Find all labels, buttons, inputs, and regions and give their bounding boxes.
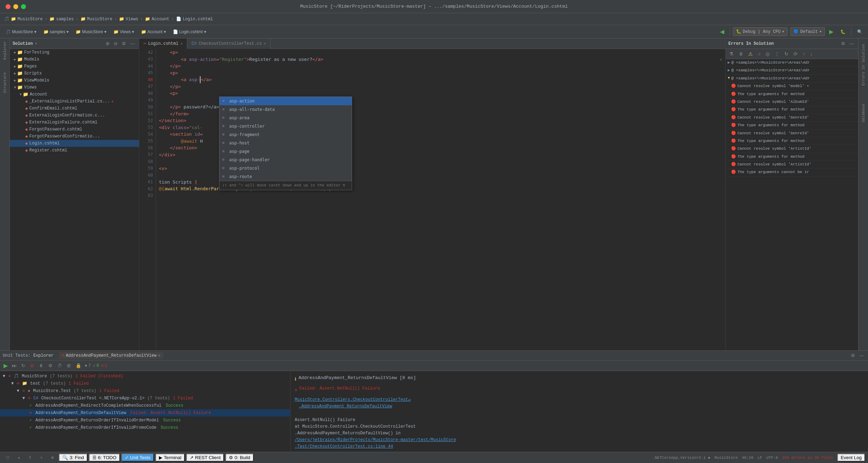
panel-settings-btn[interactable]: ⚙ [120,40,127,47]
test-test[interactable]: ▼ ⊖ 📁 test (7 tests) 1 Failed [0,380,290,387]
rest-client-btn[interactable]: ↗ REST Client [186,454,224,462]
parallel-btn[interactable]: ⊞ [65,362,72,369]
error-item-1[interactable]: ▶ @ <samples>\<MusicStore>\Areas\Adr [726,67,858,74]
errors-btn-4[interactable]: ◎ [764,50,771,57]
ac-item-asp-page-handler[interactable]: ≡ asp-page-handler [219,156,352,164]
errors-btn-nav[interactable]: ↑ [801,50,806,57]
favorites-icon-btn[interactable]: ★ [14,453,24,463]
tree-item-login[interactable]: ◈ Login.cshtml [10,140,139,147]
errors-btn-1[interactable]: ⚗ [728,50,735,57]
tree-item-scripts[interactable]: ▶ 📁 Scripts [10,70,139,77]
error-item-14[interactable]: 🔴 The type arguments cannot be ir [726,169,858,176]
errors-btn-nav2[interactable]: ↓ [808,50,814,57]
tab-close-btn[interactable]: ✕ [181,41,183,46]
panel-action-1[interactable]: ⊕ [104,40,111,47]
error-item-2[interactable]: ▼ @ <samples>\<MusicStore>\Areas\Adr [726,75,858,83]
musicstore-btn2[interactable]: 📁 MusicStore ▾ [73,28,109,36]
path-line-2[interactable]: .Test/CheckoutControllerTest.cs:line 44 [295,443,864,450]
panel-close-btn[interactable]: — [129,40,136,47]
error-item-4[interactable]: 🔴 The type arguments for method [726,91,858,98]
explorer-tab[interactable]: Explorer [33,353,54,358]
debug-config-dropdown[interactable]: 🐛 Debug | Any CPU ▾ [733,27,788,36]
tab-login-cshtml[interactable]: ⋯ Login.cshtml ✕ [139,38,187,49]
error-item-8[interactable]: 🔴 The type arguments for method [726,122,858,129]
ac-item-asp-protocol[interactable]: ≡ asp-protocol [219,164,352,172]
build-btn[interactable]: ⚙ 0: Build [225,454,253,462]
breadcrumb-account[interactable]: 📁 Account [145,16,169,22]
errors-btn-pause[interactable]: ⏸ [737,50,745,57]
lock-btn[interactable]: 🔒 [74,362,83,369]
errors-sidebar-label[interactable]: Errors In Solution [860,41,867,88]
tree-item-confirmemail[interactable]: ◈ ConfirmEmail.cshtml [10,105,139,112]
ac-item-asp-area[interactable]: ≡ asp-area [219,114,352,122]
error-item-10[interactable]: 🔴 The type arguments for method [726,137,858,145]
ac-item-asp-fragment[interactable]: ≡ asp-fragment [219,130,352,139]
ac-item-asp-all-route-data[interactable]: ≡ asp-all-route-data [219,105,352,114]
unit-tests-btn[interactable]: ✓ Unit Tests [121,454,154,462]
sidebar-explorer-label[interactable]: Explorer [1,38,8,63]
sidebar-structure-label[interactable]: Structure [1,70,8,96]
active-test-tab[interactable]: ⊖ AddressAndPayment_ReturnsDefaultView ✕ [59,352,163,359]
expand-btn[interactable]: ⊞ [48,453,57,463]
account-btn[interactable]: 📁 Account ▾ [138,28,168,36]
stop-btn[interactable]: ⊘ [29,362,35,369]
error-item-13[interactable]: 🔴 Cannot resolve symbol 'ArtistId' [726,161,858,169]
settings-test-btn[interactable]: ⚙ [47,362,54,369]
ac-item-asp-route[interactable]: ≡ asp-route [219,172,352,181]
path-line-1[interactable]: /Users/jetbrains/RiderProjects/MusicStor… [295,437,864,443]
tree-item-externallogins[interactable]: ◈ _ExternalLoginsListPartial.cs... ● [10,98,139,105]
run-all-btn[interactable]: ⏭ [10,362,18,369]
test-musicstore-test[interactable]: ▼ ⊖ ◈ MusicStore.Test (7 tests) 1 Failed [0,387,290,394]
test-invalid-promo[interactable]: ✓ AddressAndPayment_ReturnsOrderIfInvali… [0,424,290,431]
errors-btn-refresh2[interactable]: ⟳ [792,50,799,57]
run-button[interactable]: ▶ [826,27,836,36]
stack-line-2[interactable]: .AddressAndPayment_ReturnsDefaultView [295,403,864,410]
z-structure-btn[interactable]: Z [25,453,35,463]
minimize-panel-btn[interactable]: — [858,352,865,359]
error-item-6[interactable]: 🔴 The type arguments for method [726,106,858,114]
tab-checkout-cs[interactable]: C# CheckoutControllerTest.cs ✕ [187,38,271,49]
error-item-0[interactable]: ▶ @ <samples>\<MusicStore>\Areas\Adr [726,59,858,67]
test-musicstore-root[interactable]: ▼ ⊖ 🎵 MusicStore (7 tests) 1 Failed (Fin… [0,372,290,380]
samples-btn[interactable]: 📁 samples ▾ [41,28,71,36]
database-sidebar-label[interactable]: Database [860,101,867,125]
pause-btn[interactable]: ⏸ [37,362,45,369]
tab-close-btn-2[interactable]: ✕ [264,41,266,46]
rerun-btn[interactable]: ↻ [20,362,27,369]
stack-line-1[interactable]: MusicStore.Controllers.CheckoutControlle… [295,397,864,403]
test-invalid-order[interactable]: ✓ AddressAndPayment_ReturnsOrderIfInvali… [0,416,290,424]
settings-btn[interactable]: ⚙ [849,352,856,359]
ac-item-asp-page[interactable]: ≡ asp-page [219,147,352,156]
errors-btn-warn[interactable]: ⚠ [747,50,754,57]
test-redirect-success[interactable]: ✓ AddressAndPayment_RedirectToCompleteWh… [0,402,290,409]
tree-item-externalloginconf[interactable]: ◈ ExternalLoginConfirmation.c... [10,112,139,119]
errors-btn-3[interactable]: ○ [756,50,762,57]
navigate-back-btn[interactable]: ◀ [717,27,727,36]
errors-close-btn[interactable]: — [848,40,855,47]
structure-icon-btn[interactable]: ⬡ [3,453,13,463]
tree-item-account[interactable]: ▼ 📁 Account [10,91,139,98]
error-item-5[interactable]: 🔴 Cannot resolve symbol 'AlbumId' [726,98,858,106]
breadcrumb-musicstore-1[interactable]: 📁 MusicStore [11,16,43,22]
find-btn[interactable]: 🔍 3: Find [59,454,88,462]
maximize-button[interactable] [21,4,26,9]
error-item-3[interactable]: 🔴 Cannot resolve symbol 'model' • [726,83,858,90]
tree-item-pages[interactable]: ▶ 📁 Pages [10,63,139,70]
close-button[interactable] [6,4,10,9]
test-checkout-controller-test[interactable]: ▼ ⊖ C# CheckoutControllerTest <.NETCoreA… [0,394,290,402]
breadcrumb-login[interactable]: 📄 Login.cshtml [176,16,213,22]
minimize-button[interactable] [13,4,18,9]
panel-action-2[interactable]: ⊖ [112,40,119,47]
run-tests-btn[interactable]: ▶ [3,362,8,370]
error-item-9[interactable]: 🔴 Cannot resolve symbol 'GenreId' [726,130,858,137]
tree-item-models[interactable]: ▶ 📁 Models [10,56,139,63]
breadcrumb-samples[interactable]: 📁 samples [49,16,74,22]
tree-item-forgotpassconf[interactable]: ◈ ForgotPasswordConfirmatio... [10,133,139,140]
tab-close-test[interactable]: ✕ [158,353,160,358]
debug-button[interactable]: 🐛 [838,28,848,36]
search-everywhere-btn[interactable]: 🔍 [854,28,865,36]
tree-item-views[interactable]: ▼ 📁 Views [10,84,139,91]
solution-btn[interactable]: 🎵 MusicStore ▾ [3,28,39,36]
login-btn[interactable]: 📄 Login.cshtml ▾ [170,28,209,36]
ac-item-asp-controller[interactable]: ≡ asp-controller [219,122,352,130]
